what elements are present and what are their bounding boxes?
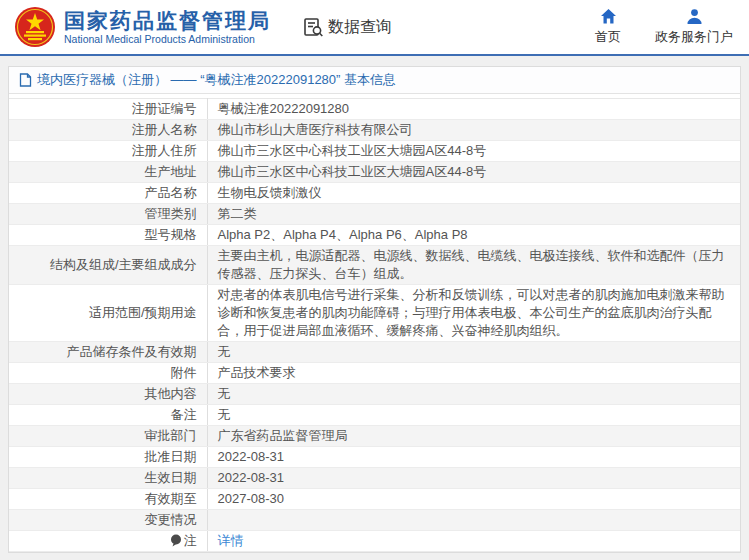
table-row: 生效日期 2022-08-31 — [9, 468, 740, 489]
table-row: 其他内容 无 — [9, 384, 740, 405]
org-name-cn: 国家药品监督管理局 — [64, 9, 271, 33]
row-label: 变更情况 — [9, 510, 207, 531]
site-header: 国家药品监督管理局 National Medical Products Admi… — [0, 0, 749, 56]
table-row: 变更情况 — [9, 510, 740, 531]
row-value: 无 — [207, 405, 740, 426]
nav-gov-portal-label: 政务服务门户 — [655, 28, 733, 46]
document-icon — [19, 73, 32, 87]
row-value: 2022-08-31 — [207, 447, 740, 468]
table-row: 注册人名称 佛山市杉山大唐医疗科技有限公司 — [9, 120, 740, 141]
info-table-body: 注册证编号 粤械注准20222091280 注册人名称 佛山市杉山大唐医疗科技有… — [9, 99, 740, 552]
table-row: 适用范围/预期用途 对患者的体表肌电信号进行采集、分析和反馈训练，可以对患者的肌… — [9, 285, 740, 342]
row-value: 生物电反馈刺激仪 — [207, 183, 740, 204]
note-icon — [170, 534, 182, 547]
table-row: 型号规格 Alpha P2、Alpha P4、Alpha P6、Alpha P8 — [9, 225, 740, 246]
row-value: 对患者的体表肌电信号进行采集、分析和反馈训练，可以对患者的肌肉施加电刺激来帮助诊… — [207, 285, 740, 342]
row-label: 有效期至 — [9, 489, 207, 510]
nav-home-label: 首页 — [595, 28, 621, 46]
org-name-en: National Medical Products Administration — [64, 33, 271, 46]
page-title: 境内医疗器械（注册） —— “粤械注准20222091280” 基本信息 — [37, 71, 396, 89]
table-row: 注 详情 — [9, 531, 740, 552]
row-value: Alpha P2、Alpha P4、Alpha P6、Alpha P8 — [207, 225, 740, 246]
data-query-label: 数据查询 — [328, 17, 392, 38]
row-value: 佛山市杉山大唐医疗科技有限公司 — [207, 120, 740, 141]
table-row: 有效期至 2027-08-30 — [9, 489, 740, 510]
row-value: 主要由主机，电源适配器、电源线、数据线、电缆线、电极连接线、软件和选配件（压力传… — [207, 246, 740, 285]
row-value — [207, 510, 740, 531]
row-value: 无 — [207, 342, 740, 363]
row-label: 审批部门 — [9, 426, 207, 447]
row-value: 无 — [207, 384, 740, 405]
detail-link[interactable]: 详情 — [218, 533, 244, 548]
national-emblem-icon — [14, 6, 56, 48]
table-row: 产品名称 生物电反馈刺激仪 — [9, 183, 740, 204]
row-value: 佛山市三水区中心科技工业区大塘园A区44-8号 — [207, 162, 740, 183]
row-value: 详情 — [207, 531, 740, 552]
table-row: 审批部门 广东省药品监督管理局 — [9, 426, 740, 447]
row-label: 注册人住所 — [9, 141, 207, 162]
document-search-icon — [303, 17, 324, 38]
row-value: 2027-08-30 — [207, 489, 740, 510]
row-label: 附件 — [9, 363, 207, 384]
row-label: 其他内容 — [9, 384, 207, 405]
table-row: 产品储存条件及有效期 无 — [9, 342, 740, 363]
row-value: 2022-08-31 — [207, 468, 740, 489]
nav-gov-portal[interactable]: 政务服务门户 — [655, 8, 733, 46]
registration-info-table: 注册证编号 粤械注准20222091280 注册人名称 佛山市杉山大唐医疗科技有… — [9, 98, 740, 552]
table-row: 注册人住所 佛山市三水区中心科技工业区大塘园A区44-8号 — [9, 141, 740, 162]
row-value: 产品技术要求 — [207, 363, 740, 384]
row-label: 适用范围/预期用途 — [9, 285, 207, 342]
data-query-tab[interactable]: 数据查询 — [303, 17, 392, 38]
nav-home[interactable]: 首页 — [595, 8, 621, 46]
row-value: 广东省药品监督管理局 — [207, 426, 740, 447]
table-row: 注册证编号 粤械注准20222091280 — [9, 99, 740, 120]
row-label: 备注 — [9, 405, 207, 426]
table-row: 备注 无 — [9, 405, 740, 426]
table-row: 生产地址 佛山市三水区中心科技工业区大塘园A区44-8号 — [9, 162, 740, 183]
row-value: 粤械注准20222091280 — [207, 99, 740, 120]
content-panel: 境内医疗器械（注册） —— “粤械注准20222091280” 基本信息 注册证… — [8, 66, 741, 553]
row-label: 产品名称 — [9, 183, 207, 204]
table-row: 批准日期 2022-08-31 — [9, 447, 740, 468]
row-label: 注册证编号 — [9, 99, 207, 120]
table-row: 附件 产品技术要求 — [9, 363, 740, 384]
row-label: 生效日期 — [9, 468, 207, 489]
page-title-bar: 境内医疗器械（注册） —— “粤械注准20222091280” 基本信息 — [9, 67, 740, 94]
nmpa-logo: 国家药品监督管理局 National Medical Products Admi… — [14, 6, 271, 48]
row-value: 第二类 — [207, 204, 740, 225]
home-icon — [600, 8, 617, 25]
row-label: 产品储存条件及有效期 — [9, 342, 207, 363]
row-label: 管理类别 — [9, 204, 207, 225]
table-row: 管理类别 第二类 — [9, 204, 740, 225]
row-label: 注 — [9, 531, 207, 552]
row-value: 佛山市三水区中心科技工业区大塘园A区44-8号 — [207, 141, 740, 162]
row-label: 结构及组成/主要组成成分 — [9, 246, 207, 285]
row-label: 生产地址 — [9, 162, 207, 183]
table-row: 结构及组成/主要组成成分 主要由主机，电源适配器、电源线、数据线、电缆线、电极连… — [9, 246, 740, 285]
row-label: 型号规格 — [9, 225, 207, 246]
row-label: 批准日期 — [9, 447, 207, 468]
person-icon — [686, 8, 703, 25]
row-label: 注册人名称 — [9, 120, 207, 141]
